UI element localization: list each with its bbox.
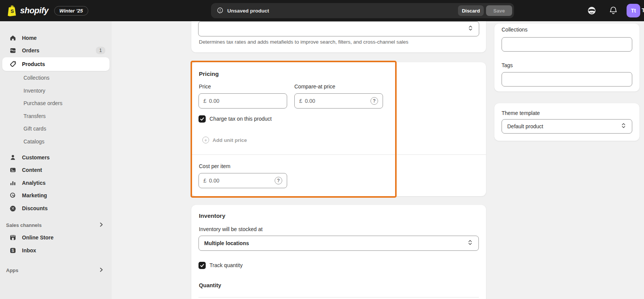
sidebar-item-products[interactable]: Products bbox=[2, 57, 109, 71]
price-label: Price bbox=[199, 83, 211, 90]
currency-prefix: £ bbox=[203, 178, 206, 184]
chevron-right-icon bbox=[98, 222, 104, 229]
add-unit-price-label: Add unit price bbox=[213, 137, 247, 143]
version-badge[interactable]: Winter ’25 bbox=[54, 6, 88, 16]
price-input[interactable] bbox=[209, 98, 282, 104]
cost-per-item-field-wrap: £ ? bbox=[199, 173, 287, 188]
tags-field-wrap bbox=[502, 72, 632, 87]
currency-prefix: £ bbox=[299, 98, 302, 104]
alert-icon bbox=[216, 7, 224, 14]
collections-field-wrap bbox=[502, 37, 632, 52]
pricing-card: Pricing Price Compare-at price £ £ ? Cha… bbox=[191, 62, 486, 196]
stock-location-select[interactable]: Multiple locations bbox=[199, 236, 479, 251]
compare-at-price-field-wrap: £ ? bbox=[294, 93, 383, 109]
svg-text:S: S bbox=[12, 249, 14, 253]
analytics-icon bbox=[9, 179, 17, 187]
svg-text:S: S bbox=[11, 8, 14, 14]
quantity-label: Quantity bbox=[199, 282, 221, 288]
sidebar-item-label: Home bbox=[22, 35, 37, 41]
sidekick-icon[interactable] bbox=[587, 6, 597, 16]
top-bar: S shopify Winter ’25 Unsaved product Dis… bbox=[0, 0, 644, 21]
sidebar-item-discounts[interactable]: Discounts bbox=[2, 202, 109, 214]
sidebar-header-apps[interactable]: Apps bbox=[2, 265, 109, 276]
orders-icon bbox=[9, 47, 17, 54]
tags-label: Tags bbox=[502, 62, 513, 68]
unsaved-status-bar: Unsaved product Discard Save bbox=[211, 3, 514, 18]
products-tag-icon bbox=[9, 60, 17, 68]
save-button[interactable]: Save bbox=[486, 5, 512, 16]
track-quantity-checkbox[interactable] bbox=[199, 262, 206, 269]
checkmark-icon bbox=[200, 116, 205, 121]
stock-location-value: Multiple locations bbox=[204, 240, 249, 246]
theme-template-value: Default product bbox=[507, 123, 543, 129]
updown-chevron-icon bbox=[467, 25, 474, 33]
cost-per-item-input[interactable] bbox=[209, 178, 275, 184]
sidebar-item-gift-cards[interactable]: Gift cards bbox=[2, 123, 109, 135]
inventory-title: Inventory bbox=[199, 212, 225, 219]
status-title: Unsaved product bbox=[227, 8, 269, 14]
updown-chevron-icon bbox=[621, 122, 627, 131]
track-quantity-label[interactable]: Track quantity bbox=[209, 262, 242, 268]
quantity-divider bbox=[199, 297, 479, 297]
sidebar-item-label: Orders bbox=[22, 47, 39, 54]
theme-template-card: Theme template Default product bbox=[494, 103, 639, 141]
updown-chevron-icon bbox=[467, 239, 473, 247]
collections-input[interactable] bbox=[506, 41, 627, 47]
sidebar-item-catalogs[interactable]: Catalogs bbox=[2, 135, 109, 148]
help-icon[interactable]: ? bbox=[275, 177, 282, 184]
discard-button[interactable]: Discard bbox=[458, 5, 484, 16]
sidebar-item-transfers[interactable]: Transfers bbox=[2, 110, 109, 122]
stocked-at-label: Inventory will be stocked at bbox=[199, 226, 263, 232]
category-select[interactable] bbox=[198, 21, 479, 36]
sidebar-item-purchase-orders[interactable]: Purchase orders bbox=[2, 97, 109, 109]
sidebar-item-label: Products bbox=[22, 61, 45, 67]
compare-at-price-input[interactable] bbox=[305, 98, 370, 104]
sidebar-item-customers[interactable]: Customers bbox=[2, 151, 109, 164]
sidebar-item-home[interactable]: Home bbox=[2, 32, 109, 44]
inbox-icon: S bbox=[9, 247, 17, 254]
home-icon bbox=[9, 34, 17, 42]
sidebar-item-collections[interactable]: Collections bbox=[2, 72, 109, 84]
store-name-partial: T bbox=[642, 7, 644, 13]
inventory-card: Inventory Inventory will be stocked at M… bbox=[191, 205, 486, 299]
sidebar-nav: Home Orders 1 Products Collections Inven… bbox=[0, 21, 112, 299]
sidebar-item-marketing[interactable]: Marketing bbox=[2, 189, 109, 201]
discounts-icon bbox=[9, 205, 17, 212]
user-avatar[interactable]: Tt bbox=[627, 4, 640, 17]
plus-circle-icon: + bbox=[202, 137, 209, 143]
tags-input[interactable] bbox=[506, 76, 627, 82]
category-helper-text: Determines tax rates and adds metafields… bbox=[199, 39, 408, 45]
currency-prefix: £ bbox=[203, 98, 206, 104]
sidebar-item-online-store[interactable]: Online Store bbox=[2, 231, 109, 244]
notification-bell-icon[interactable] bbox=[608, 6, 618, 16]
charge-tax-label[interactable]: Charge tax on this product bbox=[209, 116, 272, 122]
add-unit-price-button[interactable]: + Add unit price bbox=[202, 137, 247, 143]
theme-template-label: Theme template bbox=[502, 110, 540, 116]
cost-per-item-label: Cost per item bbox=[199, 163, 230, 169]
shopify-logo[interactable]: S shopify Winter ’25 bbox=[7, 0, 88, 21]
sidebar-item-orders[interactable]: Orders 1 bbox=[2, 44, 109, 57]
pricing-divider bbox=[191, 154, 486, 155]
sidebar-item-inventory[interactable]: Inventory bbox=[2, 85, 109, 97]
content-icon bbox=[9, 166, 17, 174]
customers-icon bbox=[9, 154, 17, 161]
collections-label: Collections bbox=[502, 27, 527, 33]
chevron-right-icon bbox=[98, 267, 104, 274]
sidebar-item-inbox[interactable]: S Inbox bbox=[2, 244, 109, 257]
product-category-card: Determines tax rates and adds metafields… bbox=[191, 21, 486, 52]
sidebar-item-content[interactable]: Content bbox=[2, 164, 109, 176]
orders-count-badge: 1 bbox=[96, 47, 105, 54]
pricing-title: Pricing bbox=[199, 71, 219, 77]
price-field-wrap: £ bbox=[199, 93, 287, 109]
compare-at-price-label: Compare-at price bbox=[294, 83, 335, 90]
sidebar-item-analytics[interactable]: Analytics bbox=[2, 177, 109, 189]
help-icon[interactable]: ? bbox=[370, 97, 378, 105]
main-content-area: Determines tax rates and adds metafields… bbox=[112, 21, 644, 299]
sidebar-header-sales-channels[interactable]: Sales channels bbox=[2, 220, 109, 231]
charge-tax-checkbox[interactable] bbox=[199, 115, 206, 123]
online-store-icon bbox=[9, 234, 17, 241]
theme-template-select[interactable]: Default product bbox=[502, 119, 632, 134]
marketing-icon bbox=[9, 192, 17, 199]
shopify-bag-icon: S bbox=[7, 5, 17, 16]
checkmark-icon bbox=[200, 263, 205, 268]
